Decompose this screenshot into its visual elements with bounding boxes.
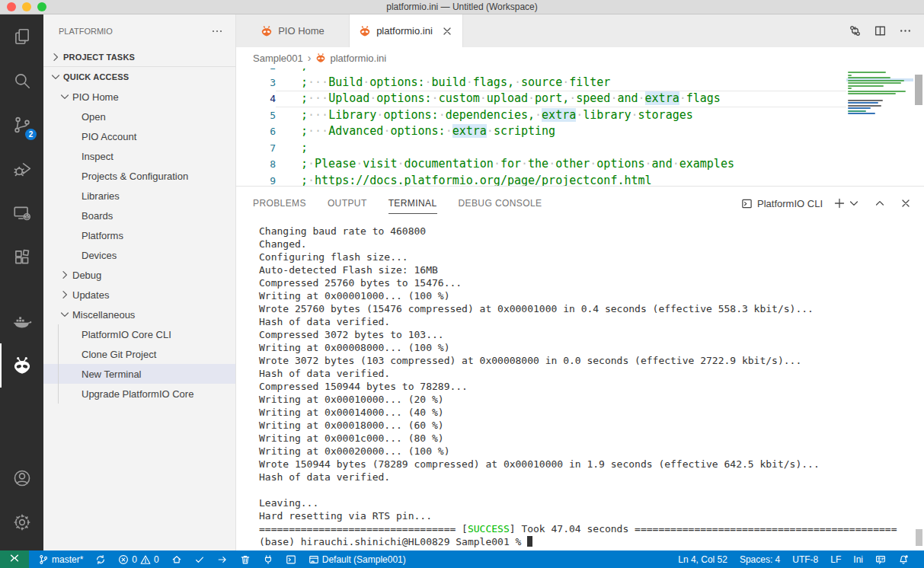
sidebar-item-inspect[interactable]: Inspect bbox=[43, 146, 235, 166]
sidebar-item-projects-configuration[interactable]: Projects & Configuration bbox=[43, 166, 235, 186]
status-pio-new-terminal[interactable] bbox=[280, 550, 302, 568]
status-git-branch[interactable]: master* bbox=[32, 550, 89, 568]
zoom-window-button[interactable] bbox=[37, 2, 46, 11]
status-cursor-position[interactable]: Ln 4, Col 52 bbox=[672, 550, 734, 568]
sidebar-item-new-terminal[interactable]: New Terminal bbox=[43, 364, 235, 384]
sidebar-item-project-tasks[interactable]: PROJECT TASKS bbox=[43, 47, 235, 67]
terminal-line: Auto-detected Flash size: 16MB bbox=[259, 263, 924, 276]
breadcrumb-project[interactable]: Sample001 bbox=[253, 53, 303, 64]
activity-explorer[interactable] bbox=[0, 14, 43, 59]
terminal-dropdown-icon[interactable] bbox=[848, 197, 860, 209]
terminal-output[interactable]: Changing baud rate to 460800Changed.Conf… bbox=[236, 220, 924, 550]
minimap-line bbox=[848, 82, 901, 84]
status-problems[interactable]: 00 bbox=[112, 550, 165, 568]
sidebar-item-quick-access[interactable]: QUICK ACCESS bbox=[43, 67, 235, 87]
panel-tab-terminal[interactable]: TERMINAL bbox=[388, 187, 437, 220]
more-actions-icon[interactable] bbox=[211, 25, 223, 37]
window-controls bbox=[7, 2, 46, 11]
code-lines: 2;3;···Build·options:·build·flags,·sourc… bbox=[236, 69, 846, 186]
activity-run-debug[interactable] bbox=[0, 147, 43, 191]
panel-tab-debug-console[interactable]: DEBUG CONSOLE bbox=[459, 187, 542, 220]
status-pio-upload[interactable] bbox=[211, 550, 234, 568]
sidebar-item-libraries[interactable]: Libraries bbox=[43, 186, 235, 206]
sidebar-item-debug[interactable]: Debug bbox=[43, 265, 235, 285]
breadcrumb: Sample001 › platformio.ini bbox=[236, 47, 924, 69]
item-label: Clone Git Project bbox=[82, 349, 156, 360]
activity-remote-explorer[interactable] bbox=[0, 191, 43, 235]
terminal-scrollbar-thumb[interactable] bbox=[916, 529, 922, 546]
terminal-selector[interactable]: PlatformIO CLI bbox=[741, 198, 823, 209]
item-label: Open bbox=[82, 111, 106, 123]
terminal-line: ================================= [SUCCE… bbox=[259, 522, 924, 535]
status-serial-monitor[interactable] bbox=[257, 550, 280, 568]
workbench: 2 PLATFORMIO PROJECT TASKSQUICK ACCESSPI… bbox=[0, 14, 924, 550]
minimize-window-button[interactable] bbox=[22, 2, 31, 11]
breadcrumb-file[interactable]: platformio.ini bbox=[315, 53, 386, 64]
sidebar-item-pio-account[interactable]: PIO Account bbox=[43, 126, 235, 146]
sidebar-item-platforms[interactable]: Platforms bbox=[43, 225, 235, 245]
maximize-panel-icon[interactable] bbox=[874, 197, 886, 209]
status-language-mode[interactable]: Ini bbox=[847, 550, 869, 568]
remote-icon bbox=[12, 203, 32, 223]
new-terminal-icon[interactable] bbox=[833, 197, 846, 209]
line-number: 2 bbox=[236, 69, 276, 75]
minimap-line bbox=[848, 80, 904, 81]
sidebar-item-miscellaneous[interactable]: Miscellaneous bbox=[43, 305, 235, 324]
item-label: Upgrade PlatformIO Core bbox=[82, 388, 193, 400]
status-right: Ln 4, Col 52Spaces: 4UTF-8LFIni bbox=[672, 550, 924, 568]
activity-extensions[interactable] bbox=[0, 235, 43, 279]
activity-manage[interactable] bbox=[0, 500, 43, 544]
activity-platformio[interactable] bbox=[0, 343, 43, 388]
line-number: 6 bbox=[236, 123, 276, 140]
status-eol-sequence[interactable]: LF bbox=[824, 550, 847, 568]
open-changes-icon[interactable] bbox=[849, 24, 862, 37]
tab-pio-home[interactable]: PIO Home bbox=[236, 14, 350, 47]
status-feedback[interactable] bbox=[869, 550, 892, 568]
scrollbar-thumb[interactable] bbox=[915, 75, 922, 105]
remote-indicator[interactable] bbox=[0, 550, 29, 568]
error-icon bbox=[118, 554, 129, 565]
activity-accounts[interactable] bbox=[0, 456, 43, 500]
code-editor[interactable]: 2;3;···Build·options:·build·flags,·sourc… bbox=[236, 69, 924, 186]
status-notifications[interactable] bbox=[892, 550, 915, 568]
sidebar-item-platformio-core-cli[interactable]: PlatformIO Core CLI bbox=[43, 324, 235, 344]
close-tab-icon[interactable] bbox=[441, 25, 453, 37]
panel-tab-problems[interactable]: PROBLEMS bbox=[253, 187, 306, 220]
status-text: 0 bbox=[154, 554, 159, 565]
split-editor-icon[interactable] bbox=[874, 24, 887, 37]
status-pio-clean[interactable] bbox=[234, 550, 257, 568]
status-project-environment[interactable]: Default (Sample001) bbox=[302, 550, 412, 568]
close-panel-icon[interactable] bbox=[900, 197, 912, 209]
sidebar-item-devices[interactable]: Devices bbox=[43, 245, 235, 265]
terminalBox-icon bbox=[286, 554, 296, 565]
tab-platformio-ini[interactable]: platformio.ini bbox=[350, 14, 463, 47]
more-actions-icon[interactable] bbox=[899, 24, 912, 37]
terminal-line: Compressed 3072 bytes to 103... bbox=[259, 328, 924, 341]
status-pio-build[interactable] bbox=[188, 550, 211, 568]
status-pio-home[interactable] bbox=[165, 550, 188, 568]
panel-tab-output[interactable]: OUTPUT bbox=[328, 187, 367, 220]
editor-scrollbar[interactable] bbox=[913, 69, 924, 186]
minimap-line bbox=[848, 77, 890, 78]
activity-docker[interactable] bbox=[0, 299, 43, 343]
sidebar-item-open[interactable]: Open bbox=[43, 107, 235, 126]
status-sync[interactable] bbox=[89, 550, 112, 568]
status-encoding[interactable]: UTF-8 bbox=[786, 550, 824, 568]
close-window-button[interactable] bbox=[7, 2, 16, 11]
sidebar-item-clone-git-project[interactable]: Clone Git Project bbox=[43, 344, 235, 364]
activity-search[interactable] bbox=[0, 59, 43, 103]
activity-source-control[interactable]: 2 bbox=[0, 103, 43, 147]
line-content: ;·https://docs.platformio.org/page/proje… bbox=[276, 173, 846, 187]
sidebar-item-pio-home[interactable]: PIO Home bbox=[43, 87, 235, 107]
status-indentation[interactable]: Spaces: 4 bbox=[734, 550, 786, 568]
item-label: New Terminal bbox=[82, 369, 142, 380]
scm-badge: 2 bbox=[25, 129, 37, 140]
minimap[interactable] bbox=[846, 69, 913, 186]
sidebar-item-upgrade-platformio-core[interactable]: Upgrade PlatformIO Core bbox=[43, 384, 235, 404]
remote-icon bbox=[9, 553, 20, 566]
editor-actions bbox=[849, 14, 924, 47]
minimap-line bbox=[848, 107, 871, 109]
sidebar-item-updates[interactable]: Updates bbox=[43, 285, 235, 305]
item-label: Inspect bbox=[82, 151, 114, 162]
sidebar-item-boards[interactable]: Boards bbox=[43, 206, 235, 225]
